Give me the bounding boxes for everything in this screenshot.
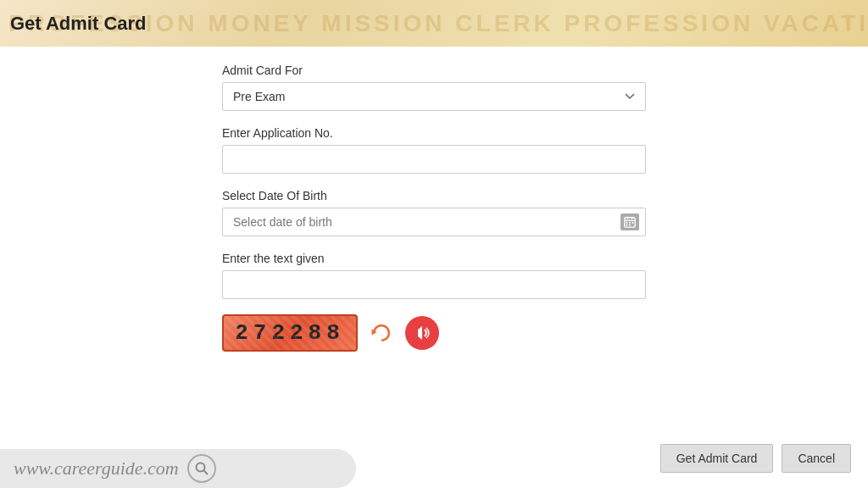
svg-rect-4 [626, 222, 628, 224]
svg-point-11 [196, 463, 204, 472]
application-no-group: Enter Application No. [222, 126, 646, 174]
get-admit-card-button[interactable]: Get Admit Card [660, 444, 774, 473]
svg-rect-7 [626, 225, 628, 226]
captcha-text: 272288 [235, 320, 345, 346]
dob-group: Select Date Of Birth [222, 189, 646, 236]
svg-rect-5 [629, 222, 631, 224]
footer-bar: www.careerguide.com [0, 449, 356, 488]
captcha-label: Enter the text given [222, 252, 646, 265]
audio-captcha-button[interactable] [405, 316, 439, 350]
calendar-icon[interactable] [620, 214, 639, 230]
svg-line-12 [203, 471, 208, 475]
main-content: Admit Card For Pre Exam Main Exam Enter … [0, 47, 868, 374]
captcha-input[interactable] [222, 270, 646, 299]
captcha-image: 272288 [222, 314, 358, 352]
captcha-group: Enter the text given [222, 252, 646, 299]
header-banner: Get Admit Card [0, 0, 868, 47]
dob-label: Select Date Of Birth [222, 189, 646, 202]
refresh-captcha-button[interactable] [366, 318, 397, 348]
cancel-button[interactable]: Cancel [782, 444, 851, 473]
svg-rect-8 [629, 225, 631, 226]
footer-url: www.careerguide.com [14, 458, 179, 480]
dob-input-wrapper [222, 208, 646, 236]
search-button[interactable] [187, 454, 216, 483]
admit-card-for-label: Admit Card For [222, 64, 646, 77]
admit-card-for-group: Admit Card For Pre Exam Main Exam [222, 64, 646, 111]
form-container: Admit Card For Pre Exam Main Exam Enter … [222, 64, 646, 365]
dob-input[interactable] [222, 208, 646, 236]
svg-marker-10 [418, 326, 422, 340]
application-no-label: Enter Application No. [222, 126, 646, 140]
page-title: Get Admit Card [10, 13, 147, 35]
svg-rect-6 [632, 222, 634, 224]
captcha-row: 272288 [222, 314, 646, 352]
application-no-input[interactable] [222, 145, 646, 174]
admit-card-for-select[interactable]: Pre Exam Main Exam [222, 82, 646, 111]
